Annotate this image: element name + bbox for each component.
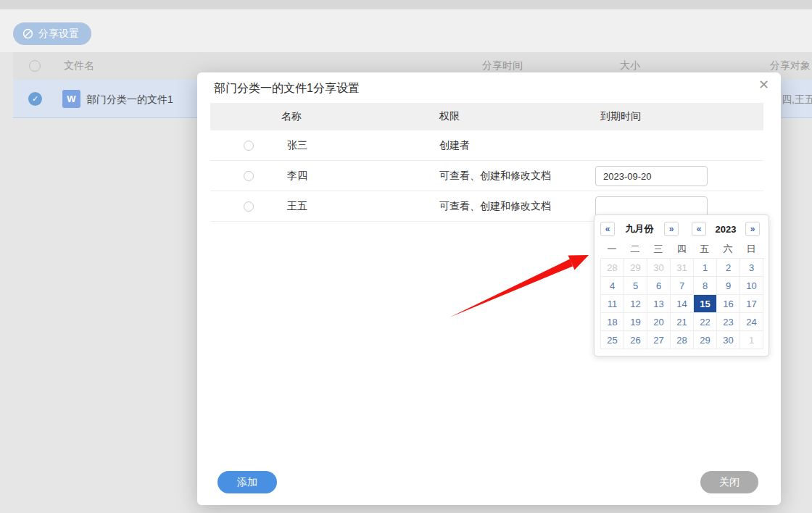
share-settings-label: 分享设置	[38, 28, 79, 41]
add-button[interactable]: 添加	[218, 471, 277, 493]
prohibited-icon	[22, 28, 33, 39]
weekday-label: 一	[600, 241, 624, 258]
calendar-day[interactable]: 25	[601, 331, 624, 349]
calendar-day[interactable]: 12	[624, 295, 647, 313]
weekday-label: 三	[647, 241, 670, 258]
next-year-button[interactable]: »	[745, 222, 760, 236]
calendar-day[interactable]: 23	[717, 313, 740, 331]
calendar-day[interactable]: 9	[717, 277, 740, 295]
share-member-row: 张三创建者	[210, 130, 763, 161]
member-name: 李四	[287, 170, 307, 183]
weekday-label: 五	[693, 241, 716, 258]
calendar-day[interactable]: 1	[740, 331, 763, 349]
calendar-day[interactable]: 29	[694, 331, 717, 349]
calendar-day[interactable]: 10	[740, 277, 763, 295]
member-radio-button[interactable]	[244, 201, 254, 212]
toolbar	[0, 9, 812, 52]
checked-checkbox-icon[interactable]: ✓	[28, 92, 42, 106]
column-header-filename: 文件名	[64, 59, 94, 72]
calendar-day[interactable]: 1	[694, 259, 717, 277]
calendar-day[interactable]: 24	[740, 313, 763, 331]
calendar-day[interactable]: 19	[624, 313, 647, 331]
month-label: 九月份	[618, 222, 661, 235]
dialog-title: 部门分类一的文件1分享设置	[214, 81, 360, 96]
weekday-label: 四	[670, 241, 693, 258]
weekday-label: 六	[716, 241, 740, 258]
calendar-day[interactable]: 7	[671, 277, 694, 295]
share-member-row: 李四可查看、创建和修改文档	[210, 161, 763, 191]
member-permission: 可查看、创建和修改文档	[439, 170, 551, 183]
calendar-day[interactable]: 16	[717, 295, 740, 313]
close-button[interactable]: 关闭	[700, 471, 758, 493]
calendar-day[interactable]: 22	[694, 313, 717, 331]
calendar-day[interactable]: 6	[647, 277, 671, 295]
member-radio-button[interactable]	[244, 141, 254, 151]
calendar-day[interactable]: 26	[624, 331, 647, 349]
member-table-header: 名称 权限 到期时间	[210, 103, 763, 130]
member-permission: 可查看、创建和修改文档	[439, 200, 551, 213]
column-header-share-target: 分享对象	[770, 59, 811, 72]
prev-year-button[interactable]: «	[692, 222, 706, 236]
word-file-icon: W	[62, 90, 80, 108]
calendar-day[interactable]: 30	[647, 259, 671, 277]
calendar-day[interactable]: 4	[601, 277, 624, 295]
calendar-day[interactable]: 18	[601, 313, 624, 331]
column-header-name: 名称	[281, 110, 302, 123]
calendar-day[interactable]: 5	[624, 277, 647, 295]
weekday-label: 日	[740, 241, 763, 258]
weekday-row: 一二三四五六日	[600, 241, 763, 258]
calendar-day[interactable]: 31	[671, 259, 694, 277]
column-header-permission: 权限	[439, 110, 460, 123]
calendar-day-selected[interactable]: 15	[694, 295, 717, 313]
file-name: 部门分类一的文件1	[86, 93, 173, 107]
calendar-day[interactable]: 27	[647, 331, 671, 349]
calendar-day[interactable]: 8	[694, 277, 717, 295]
column-header-share-time: 分享时间	[482, 59, 523, 72]
calendar-day-grid: 2829303112345678910111213141516171819202…	[600, 258, 764, 349]
date-picker-header: « 九月份 » « 2023 »	[600, 221, 763, 237]
calendar-day[interactable]: 13	[647, 295, 671, 313]
prev-month-button[interactable]: «	[600, 222, 615, 236]
calendar-day[interactable]: 11	[601, 295, 624, 313]
select-all-checkbox[interactable]	[29, 60, 41, 72]
expiry-date-input[interactable]	[595, 196, 708, 217]
calendar-day[interactable]: 2	[717, 259, 740, 277]
year-label: 2023	[709, 224, 742, 235]
calendar-day[interactable]: 20	[647, 313, 671, 331]
calendar-day[interactable]: 17	[740, 295, 763, 313]
close-icon[interactable]: ✕	[758, 78, 769, 91]
share-settings-button[interactable]: 分享设置	[13, 22, 91, 45]
weekday-label: 二	[624, 241, 647, 258]
expiry-date-input[interactable]	[595, 166, 708, 186]
column-header-expiry: 到期时间	[600, 110, 641, 123]
calendar-day[interactable]: 28	[671, 331, 694, 349]
member-name: 张三	[287, 139, 307, 152]
member-permission: 创建者	[439, 139, 470, 152]
top-strip	[0, 0, 812, 9]
calendar-day[interactable]: 3	[740, 259, 763, 277]
calendar-day[interactable]: 30	[717, 331, 740, 349]
date-picker: « 九月份 » « 2023 » 一二三四五六日 282930311234567…	[594, 214, 769, 356]
calendar-day[interactable]: 29	[624, 259, 647, 277]
member-radio-button[interactable]	[244, 171, 254, 181]
member-name: 王五	[287, 200, 307, 213]
calendar-day[interactable]: 28	[601, 259, 624, 277]
calendar-day[interactable]: 21	[671, 313, 694, 331]
next-month-button[interactable]: »	[664, 222, 679, 236]
calendar-day[interactable]: 14	[671, 295, 694, 313]
share-member-rows: 张三创建者李四可查看、创建和修改文档王五可查看、创建和修改文档	[210, 130, 763, 222]
column-header-size: 大小	[620, 59, 640, 72]
